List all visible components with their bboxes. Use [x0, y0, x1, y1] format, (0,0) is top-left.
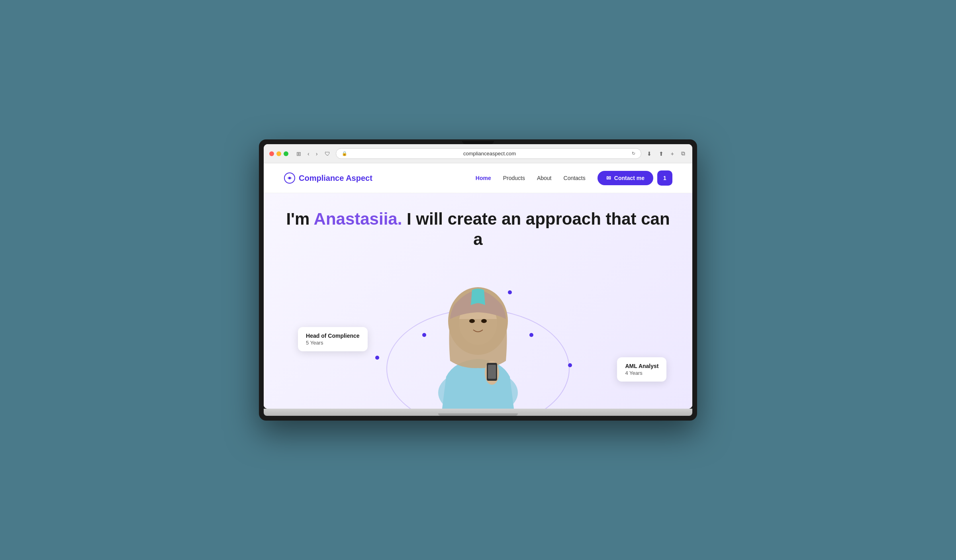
head-of-compliance-subtitle: 5 Years: [306, 340, 360, 346]
nav-about[interactable]: About: [537, 175, 552, 181]
head-of-compliance-card: Head of Complience 5 Years: [298, 327, 368, 351]
maximize-button[interactable]: [284, 151, 288, 156]
logo-link[interactable]: Compliance Aspect: [284, 172, 372, 184]
person-illustration: [414, 257, 542, 409]
hero-suffix: I will create an approach that can a: [402, 210, 670, 248]
sidebar-toggle-button[interactable]: ⊞: [295, 150, 303, 158]
download-icon: ⬇: [647, 151, 652, 157]
tab-overview-icon: ⧉: [681, 150, 685, 157]
close-button[interactable]: [269, 151, 274, 156]
back-icon: ‹: [308, 151, 310, 157]
camera-notch: [462, 141, 494, 144]
laptop-bezel: ⊞ ‹ › 🛡 🔒 complianceaspect.com ↻: [259, 139, 697, 421]
person-figure: [414, 257, 542, 409]
hero-heading: I'm Anastasiia. I will create an approac…: [264, 193, 692, 257]
nav-home[interactable]: Home: [476, 175, 491, 181]
browser-controls: ⊞ ‹ ›: [295, 150, 319, 158]
share-icon: ⬆: [659, 151, 664, 157]
address-bar[interactable]: 🔒 complianceaspect.com ↻: [336, 148, 641, 159]
notification-button[interactable]: 1: [657, 170, 672, 186]
decorative-dot-4: [375, 356, 379, 360]
aml-analyst-subtitle: 4 Years: [625, 370, 658, 376]
notification-count: 1: [663, 175, 666, 181]
tab-overview-button[interactable]: ⧉: [680, 149, 687, 158]
nav-products[interactable]: Products: [503, 175, 525, 181]
new-tab-button[interactable]: +: [669, 150, 676, 158]
head-of-compliance-title: Head of Complience: [306, 333, 360, 339]
shield-button[interactable]: 🛡: [323, 150, 332, 158]
forward-button[interactable]: ›: [314, 150, 319, 158]
hero-name: Anastasiia.: [314, 210, 402, 228]
hero-image-area: Head of Complience 5 Years AML Analyst 4…: [264, 257, 692, 409]
url-text: complianceaspect.com: [350, 151, 629, 157]
decorative-dot-5: [568, 363, 572, 367]
aml-analyst-card: AML Analyst 4 Years: [617, 357, 666, 382]
refresh-icon: ↻: [632, 151, 635, 156]
minimize-button[interactable]: [276, 151, 281, 156]
laptop-wrapper: ⊞ ‹ › 🛡 🔒 complianceaspect.com ↻: [259, 139, 697, 421]
svg-point-6: [481, 319, 487, 323]
hero-section: I'm Anastasiia. I will create an approac…: [264, 193, 692, 409]
hero-prefix: I'm: [286, 210, 313, 228]
logo-text: Compliance Aspect: [299, 174, 372, 183]
download-button[interactable]: ⬇: [645, 150, 653, 158]
lock-icon: 🔒: [342, 151, 347, 156]
forward-icon: ›: [316, 151, 318, 157]
nav-contacts[interactable]: Contacts: [564, 175, 586, 181]
new-tab-icon: +: [671, 151, 674, 157]
envelope-icon: ✉: [606, 175, 611, 181]
back-button[interactable]: ‹: [306, 150, 311, 158]
sidebar-toggle-icon: ⊞: [296, 151, 301, 157]
contact-button-label: Contact me: [614, 175, 645, 181]
share-button[interactable]: ⬆: [657, 150, 665, 158]
shield-icon: 🛡: [325, 151, 330, 157]
browser-window: ⊞ ‹ › 🛡 🔒 complianceaspect.com ↻: [264, 144, 692, 409]
nav-links: Home Products About Contacts: [476, 175, 586, 181]
traffic-lights: [269, 151, 288, 156]
website-content: Compliance Aspect Home Products About Co…: [264, 163, 692, 409]
contact-button[interactable]: ✉ Contact me: [598, 171, 653, 185]
browser-right-controls: ⬇ ⬆ + ⧉: [645, 149, 687, 158]
aml-analyst-title: AML Analyst: [625, 363, 658, 369]
svg-point-5: [469, 319, 475, 323]
laptop-base: [264, 409, 692, 416]
browser-chrome: ⊞ ‹ › 🛡 🔒 complianceaspect.com ↻: [264, 144, 692, 163]
svg-rect-9: [488, 365, 496, 379]
svg-point-1: [288, 177, 291, 179]
logo-icon: [284, 172, 296, 184]
navbar: Compliance Aspect Home Products About Co…: [264, 163, 692, 193]
